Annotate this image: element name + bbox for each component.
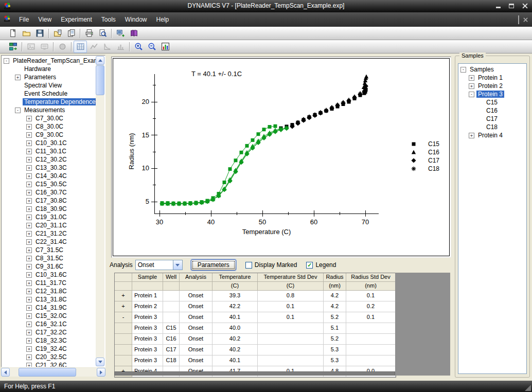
tree-item[interactable]: +C21_32.6C (2, 361, 96, 367)
collapse-icon[interactable]: - (460, 67, 466, 73)
tree-item[interactable]: +C21_31.2C (2, 229, 96, 238)
minimize-button[interactable] (494, 2, 502, 9)
tree-item[interactable]: C16 (458, 106, 526, 115)
expand-icon[interactable]: + (26, 346, 32, 352)
tree-item[interactable]: Temperature Dependence (2, 98, 96, 106)
experiment-tree-hscrollbar[interactable] (1, 368, 105, 377)
tree-item[interactable]: -Protein 3 (458, 90, 526, 98)
print-preview-icon[interactable] (96, 27, 109, 40)
menu-view[interactable]: View (33, 12, 56, 27)
expand-icon[interactable]: + (26, 206, 32, 212)
connect-instrument-icon[interactable] (6, 41, 20, 53)
column-header[interactable]: Radius (324, 273, 346, 282)
analysis-dropdown[interactable]: Onset (135, 260, 183, 270)
open-icon[interactable] (20, 27, 33, 40)
duplicate-experiment-icon[interactable] (64, 27, 78, 40)
expand-icon[interactable]: + (26, 173, 32, 179)
tree-item[interactable]: +C8_31.5C (2, 254, 96, 262)
expand-icon[interactable]: + (26, 297, 32, 302)
tree-item[interactable]: +Protein 4 (458, 131, 526, 139)
tree-item[interactable]: C18 (458, 123, 526, 131)
expand-icon[interactable]: + (26, 289, 32, 294)
expand-icon[interactable]: + (26, 182, 32, 187)
tree-item[interactable]: +C12_30.2C (2, 155, 96, 164)
mdi-close-button[interactable] (523, 16, 528, 24)
collapse-icon[interactable]: - (469, 92, 474, 97)
expand-icon[interactable]: + (26, 198, 32, 204)
expand-icon[interactable]: + (26, 157, 32, 163)
maximize-button[interactable] (507, 2, 516, 9)
tree-item[interactable]: C15 (458, 98, 526, 106)
datalog-grid-icon[interactable] (74, 41, 87, 53)
column-header[interactable]: Analysis (180, 273, 212, 282)
expand-icon[interactable]: + (26, 305, 32, 311)
row-expander[interactable]: - (115, 312, 132, 323)
row-expander[interactable]: + (115, 291, 132, 301)
tree-item[interactable]: +C8_30.0C (2, 122, 96, 131)
expand-icon[interactable]: + (26, 215, 32, 220)
parameters-button[interactable]: Parameters (191, 259, 236, 271)
tree-item[interactable]: +C7_31.5C (2, 246, 96, 254)
scroll-left-button[interactable] (1, 368, 10, 377)
collapse-icon[interactable]: - (4, 58, 9, 64)
tree-item[interactable]: +C18_32.3C (2, 336, 96, 345)
tree-item[interactable]: +C12_31.8C (2, 287, 96, 295)
expand-icon[interactable]: + (26, 140, 32, 146)
menu-experiment[interactable]: Experiment (56, 12, 97, 27)
tree-item[interactable]: Hardware (2, 65, 96, 73)
tree-item[interactable]: +Protein 2 (458, 82, 526, 90)
expand-icon[interactable]: + (469, 133, 474, 138)
mdi-restore-button[interactable] (518, 16, 519, 24)
tree-item[interactable]: +C16_32.1C (2, 320, 96, 328)
tree-item[interactable]: +C10_30.1C (2, 139, 96, 147)
column-header[interactable]: Temperature Std Dev (258, 273, 324, 282)
new-icon[interactable] (6, 27, 20, 40)
scroll-up-button[interactable] (96, 56, 104, 65)
tree-item[interactable]: +C11_31.7C (2, 279, 96, 287)
legend-checkbox[interactable]: ✓ (306, 262, 313, 269)
tree-item[interactable]: +C16_30.7C (2, 188, 96, 197)
expand-icon[interactable]: + (26, 272, 32, 278)
tree-item[interactable]: +C17_32.2C (2, 328, 96, 336)
resize-grip-icon[interactable] (525, 385, 531, 391)
tree-item[interactable]: +C13_30.3C (2, 164, 96, 172)
expand-icon[interactable]: + (26, 165, 32, 171)
tree-item[interactable]: +C15_32.0C (2, 312, 96, 320)
expand-icon[interactable]: + (26, 363, 32, 367)
menu-window[interactable]: Window (120, 12, 152, 27)
tree-item[interactable]: C17 (458, 115, 526, 123)
expand-icon[interactable]: + (26, 239, 32, 245)
experiment-tree-vscrollbar[interactable] (96, 56, 104, 366)
expand-icon[interactable]: + (26, 264, 32, 270)
help-icon[interactable] (127, 27, 140, 40)
zoom-out-icon[interactable] (145, 41, 158, 53)
hscroll-thumb[interactable] (19, 368, 76, 377)
expand-icon[interactable]: + (26, 330, 32, 335)
column-header[interactable] (115, 273, 132, 282)
tree-item[interactable]: +C10_31.6C (2, 271, 96, 279)
dropdown-arrow-icon[interactable] (173, 260, 182, 270)
tree-item[interactable]: +C9_31.6C (2, 262, 96, 271)
menu-help[interactable]: Help (152, 12, 174, 27)
collapse-icon[interactable]: - (15, 108, 21, 113)
tree-item[interactable]: +C15_30.5C (2, 180, 96, 188)
expand-icon[interactable]: + (26, 231, 32, 237)
tree-item[interactable]: +C9_30.0C (2, 131, 96, 139)
tree-item[interactable]: +C11_30.1C (2, 147, 96, 155)
column-header[interactable]: Radius Std Dev (346, 273, 396, 282)
tree-item[interactable]: +C19_32.4C (2, 345, 96, 353)
column-header[interactable]: Temperature (212, 273, 258, 282)
expand-icon[interactable]: + (26, 247, 32, 253)
tree-item[interactable]: +Protein 1 (458, 74, 526, 82)
print-icon[interactable] (82, 27, 96, 40)
expand-icon[interactable]: + (26, 116, 32, 121)
graph-colors-icon[interactable] (158, 41, 172, 53)
expand-icon[interactable]: + (26, 223, 32, 228)
column-header[interactable]: Sample (132, 273, 163, 282)
tree-item[interactable]: +C14_31.9C (2, 304, 96, 312)
tree-item[interactable]: +C17_30.8C (2, 197, 96, 205)
expand-icon[interactable]: + (469, 75, 474, 81)
table-hscrollbar[interactable] (114, 371, 395, 376)
open-experiment-icon[interactable] (51, 27, 64, 40)
save-icon[interactable] (33, 27, 46, 40)
